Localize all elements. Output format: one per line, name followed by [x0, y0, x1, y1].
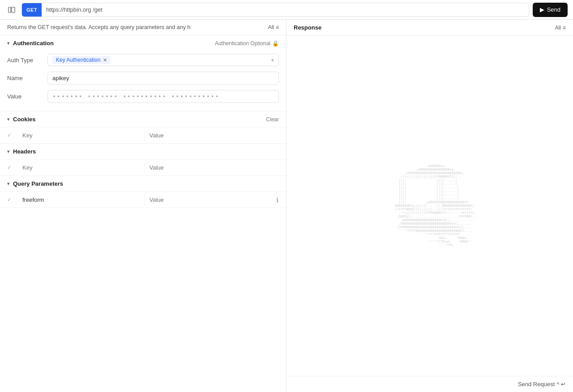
all-filter[interactable]: All ≡: [268, 24, 279, 30]
auth-type-tag: Key Authentication ✕: [52, 56, 111, 64]
auth-type-chevron-icon: ▾: [271, 57, 274, 63]
name-value-container: [47, 69, 279, 87]
cookies-section: ▾ Cookies Clear ✓: [0, 111, 286, 144]
cookies-row: ✓: [0, 127, 286, 143]
headers-check[interactable]: ✓: [5, 164, 13, 171]
query-params-value-input[interactable]: [145, 194, 272, 206]
cookies-chevron-icon: ▾: [7, 117, 9, 122]
send-button[interactable]: ▶ Send: [533, 3, 568, 17]
send-icon: ▶: [540, 6, 544, 13]
auth-type-select[interactable]: Key Authentication ✕ ▾: [47, 54, 279, 66]
headers-chevron-icon: ▾: [7, 149, 9, 154]
auth-optional-button[interactable]: Authentication Optional 🔒: [215, 40, 279, 47]
value-value-container: ••••••• ••••••• •••••••••• •••••••••••: [47, 87, 279, 106]
response-filter-icon: ≡: [563, 25, 566, 31]
auth-grid: Auth Type Key Authentication ✕ ▾ Name Va…: [0, 51, 286, 111]
sidebar-toggle-button[interactable]: [5, 4, 18, 16]
authentication-section: ▾ Authentication Authentication Optional…: [0, 35, 286, 111]
url-input[interactable]: [42, 6, 529, 13]
cookies-check[interactable]: ✓: [5, 132, 13, 139]
headers-key-input[interactable]: [18, 162, 145, 174]
url-bar: GET: [21, 3, 529, 17]
response-all-filter[interactable]: All ≡: [555, 25, 566, 31]
filter-icon: ≡: [276, 24, 279, 30]
name-label: Name: [7, 69, 47, 87]
response-body: ,bd888bou, ,u8888888888888888oo, ,u88888…: [286, 36, 573, 376]
headers-section-header[interactable]: ▾ Headers: [0, 144, 286, 159]
cookies-clear-button[interactable]: Clear: [266, 116, 279, 123]
left-panel: Returns the GET request's data. Accepts …: [0, 20, 286, 392]
value-masked[interactable]: ••••••• ••••••• •••••••••• •••••••••••: [47, 90, 279, 103]
query-params-check[interactable]: ✓: [5, 196, 13, 204]
query-params-row: ✓ ℹ: [0, 192, 286, 208]
headers-section: ▾ Headers ✓: [0, 144, 286, 176]
send-request-label: Send Request: [518, 381, 555, 388]
cookies-value-input[interactable]: [145, 129, 272, 141]
query-params-section-header[interactable]: ▾ Query Parameters: [0, 176, 286, 192]
headers-row: ✓: [0, 159, 286, 175]
query-params-section: ▾ Query Parameters ✓ ℹ: [0, 176, 286, 208]
name-input[interactable]: [47, 72, 279, 85]
response-header: Response All ≡: [286, 20, 573, 36]
ascii-art-decoration: ,bd888bou, ,u8888888888888888oo, ,u88888…: [382, 161, 478, 251]
query-params-chevron-icon: ▾: [7, 181, 9, 186]
value-label: Value: [7, 87, 47, 106]
authentication-section-header[interactable]: ▾ Authentication Authentication Optional…: [0, 35, 286, 51]
svg-rect-0: [9, 7, 11, 13]
right-panel: Response All ≡ ,bd888bou, ,u888888888888…: [286, 20, 573, 392]
cookies-section-header[interactable]: ▾ Cookies Clear: [0, 111, 286, 127]
lock-icon: 🔒: [272, 40, 279, 47]
auth-type-remove-button[interactable]: ✕: [103, 57, 107, 63]
request-description: Returns the GET request's data. Accepts …: [0, 20, 286, 35]
send-request-footer: Send Request ^ ↵: [286, 376, 573, 392]
query-params-info[interactable]: ℹ: [272, 196, 282, 204]
query-params-key-input[interactable]: [18, 194, 145, 206]
cookies-key-input[interactable]: [18, 129, 145, 141]
auth-chevron-icon: ▾: [7, 41, 9, 46]
headers-value-input[interactable]: [145, 162, 272, 174]
method-badge[interactable]: GET: [22, 3, 42, 17]
auth-type-value: Key Authentication ✕ ▾: [47, 51, 279, 69]
svg-rect-1: [12, 7, 15, 13]
auth-type-label: Auth Type: [7, 51, 47, 69]
send-request-icon[interactable]: ^ ↵: [556, 381, 566, 388]
